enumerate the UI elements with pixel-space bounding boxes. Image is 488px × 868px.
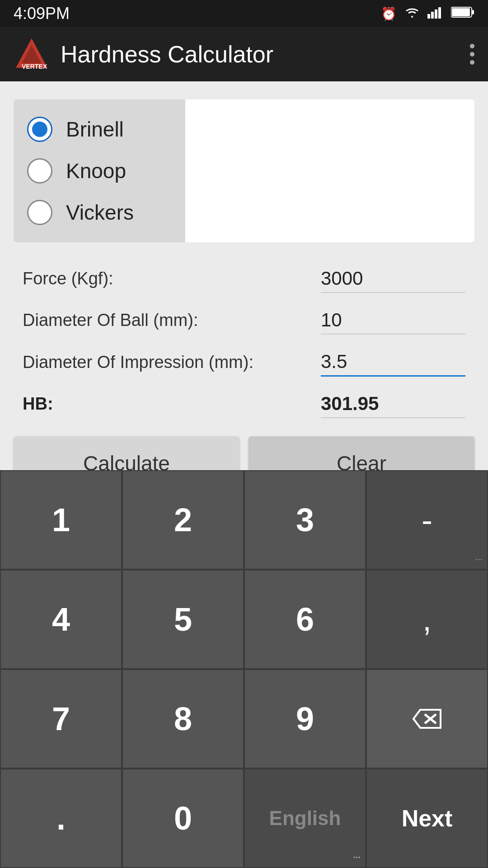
key-3[interactable]: 3 (244, 470, 366, 570)
vertex-logo: VERTEX (14, 36, 50, 72)
radio-circle-knoop (27, 158, 52, 184)
field-row-ball: Diameter Of Ball (mm): (23, 297, 465, 339)
key-english[interactable]: English ··· (244, 769, 366, 868)
svg-text:VERTEX: VERTEX (22, 63, 47, 70)
ball-label: Diameter Of Ball (mm): (23, 311, 312, 335)
field-row-hb: HB: 301.95 (23, 381, 465, 423)
key-6[interactable]: 6 (244, 570, 366, 669)
radio-label-vickers: Vickers (66, 200, 134, 225)
svg-rect-1 (431, 12, 434, 19)
radio-knoop[interactable]: Knoop (27, 150, 172, 192)
key-7[interactable]: 7 (0, 669, 122, 769)
radio-label-knoop: Knoop (66, 159, 126, 183)
radio-brinell[interactable]: Brinell (27, 108, 172, 150)
app-bar-left: VERTEX Hardness Calculator (14, 36, 273, 72)
key-next[interactable]: Next (366, 769, 488, 868)
ball-input[interactable] (321, 307, 465, 335)
svg-rect-3 (438, 7, 441, 19)
status-icons: ⏰ (381, 6, 474, 22)
svg-rect-2 (435, 9, 437, 19)
status-bar: 4:09PM ⏰ (0, 0, 488, 27)
force-label: Force (Kgf): (23, 269, 312, 293)
impression-input[interactable] (321, 348, 465, 377)
field-row-force: Force (Kgf): (23, 256, 465, 297)
field-row-impression: Diameter Of Impression (mm): (23, 339, 465, 381)
right-panel (185, 99, 474, 242)
key-5[interactable]: 5 (122, 570, 244, 669)
key-dots-1: ··· (475, 554, 483, 564)
numeric-keyboard: 1 2 3 - ··· 4 5 6 , 7 8 (0, 470, 488, 868)
key-comma[interactable]: , (366, 570, 488, 669)
impression-label: Diameter Of Impression (mm): (23, 353, 312, 377)
keyboard-row-3: 7 8 9 (0, 669, 488, 769)
app-bar: VERTEX Hardness Calculator (0, 27, 488, 81)
hb-result: 301.95 (321, 390, 465, 418)
signal-icon (427, 6, 444, 22)
hb-label: HB: (23, 394, 312, 418)
key-8[interactable]: 8 (122, 669, 244, 769)
key-backspace[interactable] (366, 669, 488, 769)
battery-icon (451, 6, 474, 21)
keyboard-row-1: 1 2 3 - ··· (0, 470, 488, 570)
key-0[interactable]: 0 (122, 769, 244, 868)
svg-rect-0 (427, 14, 430, 19)
alarm-icon: ⏰ (381, 6, 397, 21)
app-title: Hardness Calculator (61, 41, 273, 68)
backspace-icon (411, 708, 443, 730)
radio-panel: Brinell Knoop Vickers (14, 99, 185, 242)
radio-label-brinell: Brinell (66, 117, 124, 142)
radio-circle-brinell (27, 117, 52, 142)
keyboard-row-4: . 0 English ··· Next (0, 769, 488, 868)
status-time: 4:09PM (14, 4, 70, 23)
main-content: Brinell Knoop Vickers Force (Kgf): Diame… (0, 81, 488, 500)
key-2[interactable]: 2 (122, 470, 244, 570)
menu-button[interactable] (470, 44, 474, 65)
key-4[interactable]: 4 (0, 570, 122, 669)
svg-rect-6 (472, 10, 474, 14)
key-dash[interactable]: - ··· (366, 470, 488, 570)
key-dot[interactable]: . (0, 769, 122, 868)
radio-group: Brinell Knoop Vickers (14, 99, 474, 242)
keyboard-row-2: 4 5 6 , (0, 570, 488, 669)
svg-marker-10 (413, 710, 441, 728)
force-input[interactable] (321, 265, 465, 293)
fields-area: Force (Kgf): Diameter Of Ball (mm): Diam… (14, 256, 474, 423)
svg-rect-5 (452, 8, 470, 16)
key-9[interactable]: 9 (244, 669, 366, 769)
radio-vickers[interactable]: Vickers (27, 192, 172, 233)
wifi-icon (404, 6, 420, 22)
key-dots-english: ··· (353, 852, 361, 863)
radio-circle-vickers (27, 200, 52, 225)
key-1[interactable]: 1 (0, 470, 122, 570)
